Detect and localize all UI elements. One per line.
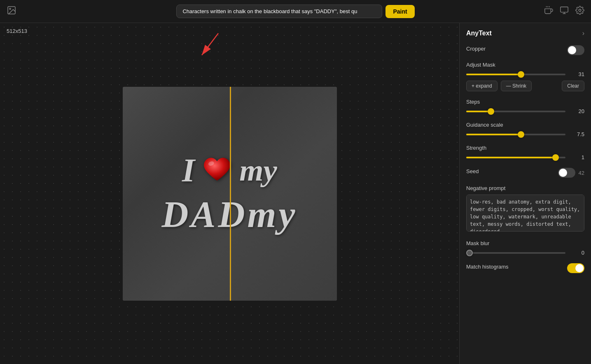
svg-point-1 (9, 8, 11, 9)
seed-toggle[interactable] (558, 168, 575, 178)
seed-label: Seed (466, 168, 479, 174)
guidance-section: Guidance scale 7.5 (466, 122, 584, 137)
header-right (544, 6, 584, 17)
cropper-label: Cropper (466, 46, 486, 52)
adjust-mask-value: 31 (570, 71, 584, 77)
guidance-label: Guidance scale (466, 122, 584, 128)
neg-prompt-label: Negative prompt (466, 185, 584, 191)
guidance-track[interactable] (466, 134, 565, 135)
guidance-thumb[interactable] (518, 131, 524, 138)
image-icon[interactable] (7, 5, 16, 17)
strength-value: 1 (570, 154, 584, 160)
guidance-fill (466, 134, 521, 135)
neg-prompt-section: Negative prompt (466, 185, 584, 233)
adjust-mask-slider-row: 31 (466, 71, 584, 77)
svg-point-8 (579, 9, 581, 12)
match-hist-toggle[interactable] (567, 263, 584, 273)
strength-section: Strength 1 (466, 145, 584, 160)
steps-slider-row: 20 (466, 108, 584, 114)
strength-track[interactable] (466, 157, 565, 158)
cropper-section: Cropper (466, 45, 584, 55)
strength-label: Strength (466, 145, 584, 151)
expand-button[interactable]: + expand (466, 81, 498, 91)
neg-prompt-textarea[interactable] (466, 195, 584, 232)
header: Paint (0, 0, 591, 23)
steps-track[interactable] (466, 111, 565, 112)
steps-section: Steps 20 (466, 99, 584, 114)
steps-fill (466, 111, 491, 112)
guidance-slider-row: 7.5 (466, 131, 584, 137)
svg-rect-5 (561, 7, 568, 12)
seed-section: Seed 42 (466, 168, 584, 178)
adjust-mask-label: Adjust Mask (466, 62, 584, 68)
shrink-button[interactable]: — Shrink (501, 81, 532, 91)
main: 512x513 I (0, 23, 591, 364)
canvas-wrapper: I (123, 87, 337, 301)
cropper-toggle[interactable] (567, 45, 584, 55)
adjust-mask-track[interactable] (466, 74, 565, 75)
canvas-area: 512x513 I (0, 23, 459, 364)
divider-line (230, 87, 231, 301)
panel-chevron[interactable]: › (582, 30, 584, 37)
mask-blur-thumb[interactable] (466, 250, 473, 256)
coffee-icon[interactable] (544, 6, 553, 17)
steps-thumb[interactable] (488, 108, 494, 115)
chalkboard: I (123, 87, 337, 301)
match-hist-label: Match histograms (466, 264, 509, 270)
mask-blur-value: 0 (570, 250, 584, 256)
header-center: Paint (176, 5, 414, 18)
settings-icon[interactable] (575, 6, 584, 17)
adjust-mask-fill (466, 74, 521, 75)
adjust-mask-thumb[interactable] (518, 71, 524, 78)
mask-blur-slider-row: 0 (466, 250, 584, 256)
steps-value: 20 (570, 108, 584, 114)
clear-button[interactable]: Clear (562, 81, 584, 91)
canvas-image: I (123, 87, 337, 301)
guidance-value: 7.5 (570, 131, 584, 137)
paint-button[interactable]: Paint (385, 5, 414, 18)
monitor-icon[interactable] (560, 6, 569, 17)
mask-actions: + expand — Shrink Clear (466, 81, 584, 91)
steps-label: Steps (466, 99, 584, 105)
right-panel: AnyText › Cropper Adjust Mask 31 + expan… (459, 23, 591, 364)
adjust-mask-section: Adjust Mask 31 + expand — Shrink Clear (466, 62, 584, 91)
seed-value: 42 (579, 170, 584, 176)
strength-fill (466, 157, 556, 158)
prompt-input[interactable] (176, 5, 382, 18)
strength-thumb[interactable] (552, 154, 559, 161)
panel-title: AnyText (466, 30, 492, 37)
header-left (7, 5, 16, 17)
panel-header: AnyText › (466, 30, 584, 37)
mask-blur-label: Mask blur (466, 240, 584, 246)
strength-slider-row: 1 (466, 154, 584, 160)
match-hist-section: Match histograms (466, 263, 584, 273)
svg-line-10 (202, 33, 218, 55)
mask-blur-section: Mask blur 0 (466, 240, 584, 256)
mask-blur-track[interactable] (466, 252, 565, 254)
image-size-label: 512x513 (7, 28, 27, 34)
